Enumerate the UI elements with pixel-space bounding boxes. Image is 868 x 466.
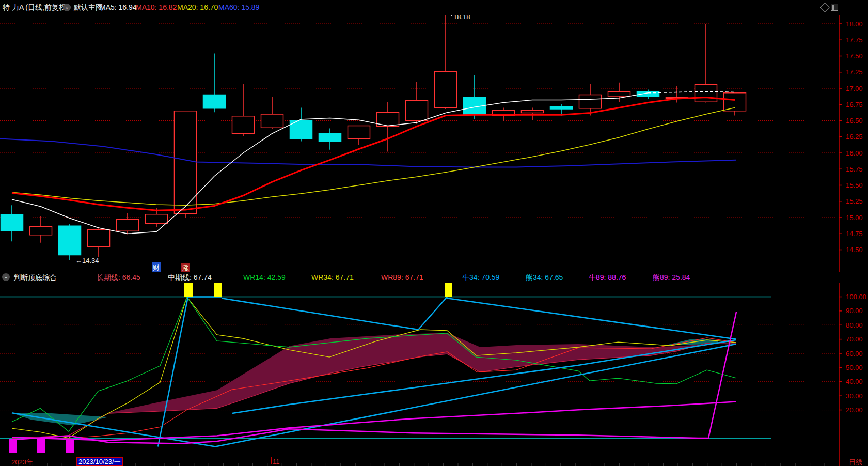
chevron-down-icon[interactable]: ⌄ — [63, 4, 71, 11]
year-label: 2023年 — [11, 458, 33, 466]
flag-marker-1: 涨 — [181, 263, 190, 272]
top-signal-marker — [184, 283, 193, 297]
candle-body — [406, 101, 428, 121]
indicator-tick-label: 30.00 — [846, 392, 863, 400]
indicator-panel — [0, 283, 839, 453]
candle-body — [724, 93, 746, 111]
app-window: { "title_bar": { "symbol": "特 力A (日线,前复权… — [0, 0, 868, 466]
price-tick-label: 14.75 — [846, 230, 863, 238]
title-bar: 特 力A (日线,前复权) ⌄ 默认主图 MA5: 16.94 MA10: 16… — [0, 0, 868, 15]
candle-body — [261, 114, 283, 128]
candle-body — [522, 111, 544, 113]
indicator-header: ⌄ 判断顶底综合 长期线: 66.45中期线: 67.74WR14: 42.59… — [0, 272, 868, 283]
indicator-value-3: WR34: 67.71 — [311, 273, 354, 282]
price-tick-label: 16.50 — [846, 117, 863, 125]
main-view-selector[interactable]: 默认主图 — [74, 3, 103, 12]
price-tick-label: 17.50 — [846, 52, 863, 60]
indicator-tick-label: 60.00 — [846, 350, 863, 358]
candle-body — [319, 134, 341, 142]
price-tick-label: 16.25 — [846, 133, 863, 141]
ma10-legend: MA10: 16.82 — [136, 3, 177, 11]
month-label: 11 — [273, 458, 280, 465]
candle-body — [579, 95, 602, 108]
window-layout-icon[interactable] — [831, 4, 838, 11]
candle-body — [608, 91, 630, 96]
price-tick-label: 17.75 — [846, 36, 863, 44]
candle-body — [88, 230, 110, 247]
candle-body — [695, 85, 717, 102]
indicator-value-7: 牛89: 88.76 — [589, 273, 626, 283]
top-signal-marker — [445, 283, 452, 297]
price-tick-label: 17.00 — [846, 85, 863, 92]
bottom-signal-bar — [37, 439, 45, 453]
bottom-signal-bar — [9, 439, 17, 453]
ma60-legend: MA60: 15.89 — [218, 3, 259, 11]
candle-body — [30, 227, 52, 235]
candle-body — [435, 72, 457, 108]
indicator-tick-label: 100.00 — [846, 293, 866, 301]
candle-body — [232, 116, 255, 134]
bottom-signal-bar — [66, 439, 74, 453]
ma5-legend: MA5: 16.94 — [100, 3, 137, 11]
indicator-value-4: WR89: 67.71 — [381, 273, 423, 282]
indicator-tick-label: 70.00 — [846, 335, 863, 343]
svg-text:涨: 涨 — [182, 264, 189, 272]
price-tick-label: 17.25 — [846, 68, 863, 76]
candles — [1, 12, 746, 260]
period-label[interactable]: 日线 — [849, 458, 862, 466]
ma20-line — [12, 108, 735, 206]
ma5-line-dashed — [648, 91, 735, 93]
magenta-line-1 — [12, 312, 736, 444]
candle-body — [348, 126, 370, 139]
selected-date[interactable]: 2023/10/23/一 — [76, 457, 123, 466]
candle-body — [203, 95, 226, 108]
candle-body — [146, 214, 168, 224]
stock-symbol: 特 力A (日线,前复权) — [3, 3, 69, 12]
indicator-tick-label: 80.00 — [846, 321, 863, 329]
indicator-tick-label: 90.00 — [846, 307, 863, 315]
indicator-value-5: 牛34: 70.59 — [462, 273, 499, 283]
right-axis: 18.0017.7517.5017.2517.0016.7516.5016.25… — [839, 0, 866, 466]
bull-bear-line-2 — [158, 297, 188, 447]
indicator-tick-label: 20.00 — [846, 406, 863, 414]
wr34-line — [12, 297, 736, 438]
chart-canvas[interactable]: 18.18←14.34财涨18.0017.7517.5017.2517.0016… — [0, 0, 868, 466]
time-axis-bar: 2023年 2023/10/23/一 11 日线 — [0, 457, 868, 466]
price-tick-label: 15.75 — [846, 165, 863, 173]
flag-marker-0: 财 — [152, 262, 161, 272]
indicator-name[interactable]: 判断顶底综合 — [13, 273, 57, 283]
indicator-value-1: 中期线: 67.74 — [168, 273, 212, 283]
bull-bear-line-5 — [418, 297, 447, 330]
indicator-value-8: 熊89: 25.84 — [653, 273, 690, 283]
price-tick-label: 14.50 — [846, 246, 863, 254]
ma-lines — [0, 91, 736, 234]
low-annotation: ←14.34 — [75, 257, 99, 265]
chevron-down-icon[interactable]: ⌄ — [2, 273, 10, 281]
price-gridlines — [0, 24, 839, 250]
top-signal-marker — [214, 283, 222, 297]
price-tick-label: 18.00 — [846, 20, 863, 28]
price-tick-label: 15.50 — [846, 181, 863, 189]
indicator-tick-label: 50.00 — [846, 364, 863, 371]
bull-bear-line-4 — [222, 298, 418, 330]
magenta-line-0 — [12, 402, 736, 441]
candle-body — [59, 226, 81, 255]
indicator-value-2: WR14: 42.59 — [243, 273, 286, 282]
price-tick-label: 16.00 — [846, 149, 863, 157]
maroon-band — [108, 333, 736, 413]
svg-text:财: 财 — [153, 263, 160, 271]
candle-body — [117, 220, 139, 231]
candle-body — [1, 214, 23, 231]
diamond-icon[interactable] — [820, 3, 829, 12]
ma20-legend: MA20: 16.70 — [177, 3, 218, 11]
ma10-line — [12, 98, 735, 211]
indicator-value-0: 长期线: 66.45 — [97, 273, 140, 283]
bull-bear-line-6 — [447, 298, 736, 339]
ma5-line — [12, 93, 648, 234]
price-tick-label: 16.75 — [846, 101, 863, 108]
price-tick-label: 15.25 — [846, 197, 863, 205]
indicator-value-6: 熊34: 67.65 — [526, 273, 563, 283]
price-tick-label: 15.00 — [846, 214, 863, 222]
indicator-tick-label: 40.00 — [846, 378, 863, 385]
candle-body — [550, 106, 573, 109]
